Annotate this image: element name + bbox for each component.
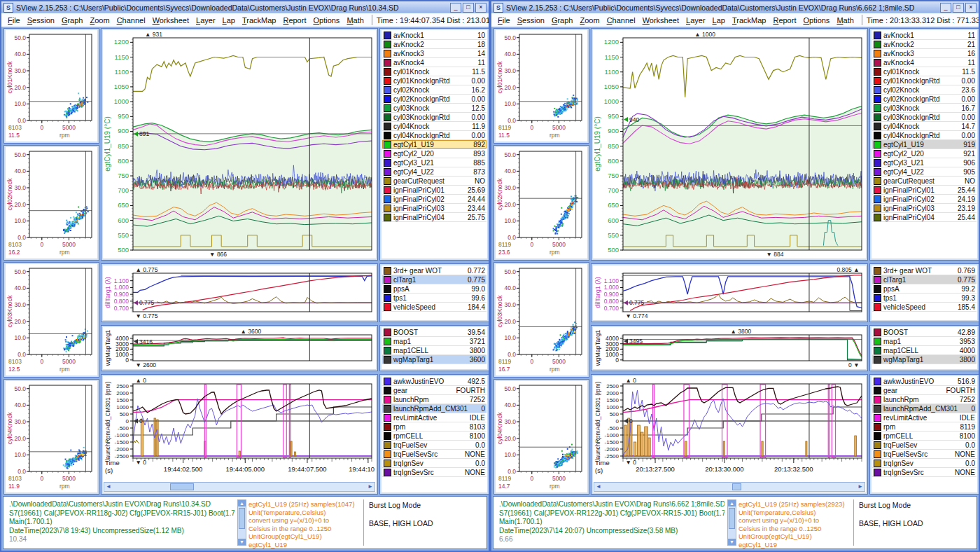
channel-row[interactable]: cyl04Knock11.9	[382, 122, 486, 131]
menu-graph[interactable]: Graph	[58, 16, 87, 25]
channel-row[interactable]: trqFuelSev0.0	[382, 441, 486, 450]
cyl01-knock-scatter-chart[interactable]: 0.010.020.030.040.050.005000cyl01Knock81…	[496, 31, 587, 141]
channel-row[interactable]: ignFinalPriCyl0125.44	[872, 186, 976, 195]
cyl04-knock-scatter-chart[interactable]: 0.010.020.030.040.050.005000cyl04Knock81…	[496, 382, 587, 492]
channel-row[interactable]: trqFuelSevSrcNONE	[382, 450, 486, 459]
channel-row[interactable]: launchRpm7252	[382, 395, 486, 404]
channel-row[interactable]: cyl01KnockIgnRtd0.00	[872, 76, 976, 85]
channel-row[interactable]: map13721	[382, 337, 486, 346]
scroll-up-icon[interactable]: ▲	[238, 500, 246, 506]
channel-row[interactable]: ignFinalPriCyl0425.75	[382, 213, 486, 222]
channel-row[interactable]: gearFOURTH	[382, 386, 486, 395]
cyl01-knock-scatter-chart[interactable]: 0.010.020.030.040.050.005000cyl01Knock81…	[6, 31, 97, 141]
scrollbar-thumb[interactable]	[170, 483, 194, 490]
title-bar[interactable]: S SView 2.15.253 : C:\Users\Public\Docum…	[1, 1, 489, 14]
channel-row[interactable]: ignFinalPriCyl0323.19	[872, 204, 976, 213]
channel-row[interactable]: avKnock314	[382, 49, 486, 58]
cyl04-knock-scatter-chart[interactable]: 0.010.020.030.040.050.005000cyl04Knock81…	[6, 382, 97, 492]
cyl03-knock-scatter-chart[interactable]: 0.010.020.030.040.050.005000cyl03Knock81…	[496, 265, 587, 375]
menu-graph[interactable]: Graph	[548, 16, 577, 25]
channel-row[interactable]: tps199.6	[382, 294, 486, 303]
menu-file[interactable]: File	[494, 16, 514, 25]
channel-row[interactable]: cyl01KnockIgnRtd0.00	[382, 76, 486, 85]
menu-lap[interactable]: Lap	[709, 16, 729, 25]
channel-row[interactable]: avKnock316	[872, 49, 976, 58]
channel-row[interactable]: egtCyl1_U19892	[382, 140, 486, 149]
channel-row[interactable]: tps199.3	[872, 294, 976, 303]
channel-row[interactable]: wgMapTarg13800	[872, 355, 976, 364]
channel-row[interactable]: ppsA99.2	[872, 284, 976, 294]
menu-channel[interactable]: Channel	[113, 16, 149, 25]
minimize-button[interactable]: _	[940, 3, 951, 13]
menu-zoom[interactable]: Zoom	[576, 16, 603, 25]
launch-chart[interactable]: -2500-2000-1500-1000-5000500100015002000…	[594, 377, 865, 481]
channel-row[interactable]: BOOST39.54	[382, 328, 486, 337]
menu-session[interactable]: Session	[514, 16, 548, 25]
channel-row[interactable]: trqIgnSev0.0	[382, 459, 486, 468]
maximize-button[interactable]: □	[953, 3, 964, 13]
channel-row[interactable]: egtCyl1_U19919	[872, 140, 976, 149]
cyl02-knock-scatter-chart[interactable]: 0.010.020.030.040.050.005000cyl02Knock81…	[6, 148, 97, 258]
channel-row[interactable]: vehicleSpeed184.4	[382, 303, 486, 312]
menu-channel[interactable]: Channel	[603, 16, 639, 25]
channel-row[interactable]: vehicleSpeed185.4	[872, 303, 976, 312]
channel-row[interactable]: trqIgnSev0.0	[872, 459, 976, 468]
channel-row[interactable]: egtCyl3_U21885	[382, 158, 486, 167]
channel-row[interactable]: avKnock111	[872, 31, 976, 40]
channel-row[interactable]: cyl03Knock12.5	[382, 104, 486, 113]
close-button[interactable]: ×	[965, 3, 976, 13]
channel-row[interactable]: egtCyl4_U22873	[382, 167, 486, 177]
menu-layer[interactable]: Layer	[192, 16, 219, 25]
info-scrollbar[interactable]: ▲ ▼	[237, 499, 246, 546]
channel-row[interactable]: ignFinalPriCyl0224.44	[382, 195, 486, 204]
menu-math[interactable]: Math	[343, 16, 367, 25]
maximize-button[interactable]: □	[463, 3, 474, 13]
channel-row[interactable]: avKnock221	[872, 40, 976, 49]
channel-row[interactable]: ignFinalPriCyl0323.44	[382, 204, 486, 213]
channel-row[interactable]: cyl04KnockIgnRtd0.00	[382, 131, 486, 140]
menu-trackmap[interactable]: TrackMap	[729, 16, 770, 25]
egt-chart[interactable]: 5005506006507007508008509009501000105011…	[104, 31, 375, 258]
menu-layer[interactable]: Layer	[682, 16, 709, 25]
channel-row[interactable]: awkwJustinEVO516.9	[872, 377, 976, 386]
menu-zoom[interactable]: Zoom	[86, 16, 113, 25]
channel-row[interactable]: trqIgnSevSrcNONE	[872, 468, 976, 477]
lambda-chart[interactable]: 0.7000.8000.9001.0001.100dilTarg1 (λ)▲ 0…	[104, 266, 375, 319]
channel-row[interactable]: gearCutRequestNO	[382, 177, 486, 186]
channel-row[interactable]: avKnock411	[872, 58, 976, 67]
scrollbar-thumb[interactable]	[732, 483, 741, 490]
channel-row[interactable]: cyl01Knock11.5	[872, 67, 976, 76]
channel-row[interactable]: cyl04KnockIgnRtd0.00	[872, 131, 976, 140]
info-scrollbar-thumb[interactable]	[239, 508, 245, 529]
channel-row[interactable]: trqFuelSev0.0	[872, 441, 976, 450]
channel-row[interactable]: cyl01Knock11.5	[382, 67, 486, 76]
egt-chart[interactable]: 5005506006507007508008509009501000105011…	[594, 31, 865, 258]
channel-row[interactable]: egtCyl4_U22905	[872, 167, 976, 177]
channel-row[interactable]: ignFinalPriCyl0425.44	[872, 213, 976, 222]
channel-row[interactable]: revLimitActiveIDLE	[872, 413, 976, 422]
launch-chart[interactable]: -2500-2000-1500-1000-5000500100015002000…	[104, 377, 375, 481]
boost-chart[interactable]: 01000200030004000wgMapTarg1▲ 38000 ▼3495	[594, 328, 865, 368]
channel-row[interactable]: avKnock110	[382, 31, 486, 40]
channel-row[interactable]: cyl02KnockIgnRtd0.00	[872, 95, 976, 104]
channel-row[interactable]: launchRpmAdd_CM3010	[382, 404, 486, 413]
channel-row[interactable]: awkwJustinEVO492.5	[382, 377, 486, 386]
scroll-left-icon[interactable]: ◄	[104, 483, 113, 491]
channel-row[interactable]: cyl03KnockIgnRtd0.00	[382, 113, 486, 122]
time-scrollbar[interactable]: ◄ ►	[594, 482, 865, 492]
channel-row[interactable]: cyl03Knock16.7	[872, 104, 976, 113]
channel-row[interactable]: rpmCELL8100	[872, 432, 976, 441]
scroll-left-icon[interactable]: ◄	[594, 483, 603, 491]
menu-report[interactable]: Report	[769, 16, 799, 25]
menu-worksheet[interactable]: Worksheet	[149, 16, 192, 25]
menu-session[interactable]: Session	[24, 16, 58, 25]
channel-row[interactable]: 3rd+ gear WOT0.769	[872, 266, 976, 275]
scroll-up-icon[interactable]: ▲	[728, 500, 736, 506]
menu-lap[interactable]: Lap	[219, 16, 239, 25]
info-scrollbar-thumb[interactable]	[729, 508, 735, 529]
scroll-right-icon[interactable]: ►	[366, 483, 374, 491]
cyl03-knock-scatter-chart[interactable]: 0.010.020.030.040.050.005000cyl03Knock81…	[6, 265, 97, 375]
channel-row[interactable]: ignFinalPriCyl0224.19	[872, 195, 976, 204]
title-bar[interactable]: S SView 2.15.253 : C:\Users\Public\Docum…	[491, 1, 979, 14]
channel-row[interactable]: launchRpmAdd_CM3010	[872, 404, 976, 413]
